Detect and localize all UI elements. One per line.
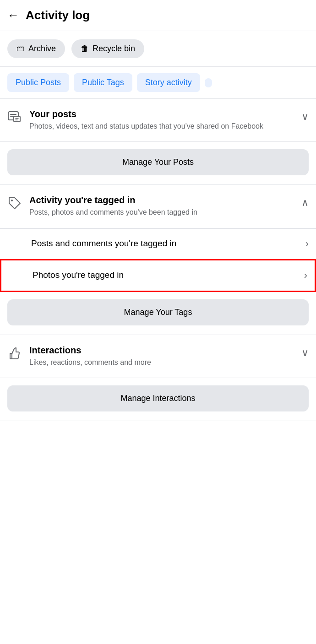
header: ← Activity log [0,0,316,31]
tagged-in-section: Activity you're tagged in Posts, photos … [0,185,316,335]
interactions-section: Interactions Likes, reactions, comments … [0,335,316,421]
tagged-in-desc: Posts, photos and comments you've been t… [29,207,294,217]
manage-posts-wrap: Manage Your Posts [0,142,316,184]
tagged-in-content: Activity you're tagged in Posts, photos … [29,195,294,217]
your-posts-chevron: ∨ [301,111,309,123]
tagged-in-chevron: ∧ [301,197,309,209]
archive-recycle-section: 🗃 Archive 🗑 Recycle bin [0,31,316,67]
archive-label: Archive [28,44,56,54]
tagged-photos-item[interactable]: Photos you're tagged in › [0,259,316,292]
tagged-in-title: Activity you're tagged in [29,195,294,206]
manage-interactions-button[interactable]: Manage Interactions [7,385,309,411]
your-posts-title: Your posts [29,109,294,119]
back-button[interactable]: ← [7,8,19,22]
your-posts-item[interactable]: Your posts Photos, videos, text and stat… [0,99,316,142]
thumbsup-icon [7,346,22,364]
recycle-bin-button[interactable]: 🗑 Recycle bin [71,39,144,58]
tab-partial-indicator [205,78,212,87]
tagged-posts-comments-label: Posts and comments you're tagged in [31,238,176,249]
tab-public-tags[interactable]: Public Tags [74,73,132,92]
tagged-photos-label: Photos you're tagged in [33,270,124,281]
archive-icon: 🗃 [16,44,25,54]
back-arrow-icon: ← [7,8,19,22]
tagged-posts-comments-chevron: › [305,238,309,250]
manage-posts-button[interactable]: Manage Your Posts [7,149,309,175]
tab-story-activity[interactable]: Story activity [137,73,200,92]
your-posts-desc: Photos, videos, text and status updates … [29,121,294,131]
interactions-content: Interactions Likes, reactions, comments … [29,345,294,368]
svg-rect-3 [14,116,20,122]
recycle-bin-label: Recycle bin [93,44,135,54]
manage-interactions-wrap: Manage Interactions [0,378,316,421]
tag-icon [7,196,22,214]
archive-button[interactable]: 🗃 Archive [7,39,65,58]
manage-tags-wrap: Manage Your Tags [0,292,316,335]
manage-tags-button[interactable]: Manage Your Tags [7,299,309,325]
tab-public-posts-label: Public Posts [16,78,61,87]
tabs-section: Public Posts Public Tags Story activity [0,67,316,99]
posts-icon [7,110,22,128]
interactions-title: Interactions [29,345,294,356]
tagged-in-item[interactable]: Activity you're tagged in Posts, photos … [0,185,316,228]
page-title: Activity log [26,8,90,22]
your-posts-content: Your posts Photos, videos, text and stat… [29,109,294,131]
tab-public-posts[interactable]: Public Posts [7,73,69,92]
your-posts-section: Your posts Photos, videos, text and stat… [0,99,316,185]
interactions-chevron: ∨ [301,347,309,359]
recycle-bin-icon: 🗑 [81,44,89,54]
tagged-posts-comments-item[interactable]: Posts and comments you're tagged in › [0,228,316,259]
interactions-desc: Likes, reactions, comments and more [29,357,294,368]
tab-story-activity-label: Story activity [145,78,192,87]
tab-public-tags-label: Public Tags [82,78,124,87]
svg-point-6 [11,200,13,201]
interactions-item[interactable]: Interactions Likes, reactions, comments … [0,335,316,378]
tagged-photos-chevron: › [304,270,307,281]
